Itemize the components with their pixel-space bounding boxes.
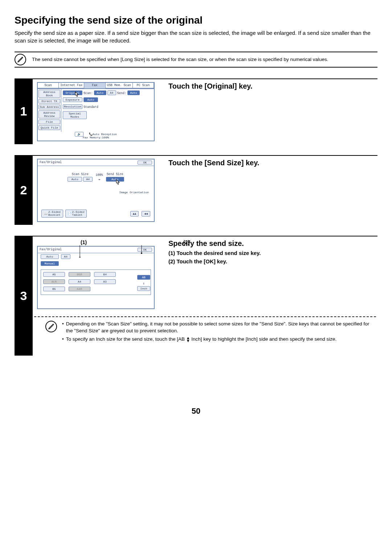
sidebar: Address Book Direct TX Sub Address Addre… <box>38 89 61 132</box>
scan-a4-button[interactable]: A4 <box>83 177 93 182</box>
two-sided-tablet-button[interactable]: 📄2-Sided Tablet <box>65 210 87 218</box>
tab-fax[interactable]: Fax <box>84 83 105 88</box>
size-a4r-button: A4R <box>69 287 90 291</box>
image-orientation-label: Image Orientation <box>38 191 154 194</box>
top-note-text: The send size cannot be specified when [… <box>32 56 328 63</box>
callout-1: (1) <box>81 239 87 245</box>
tab-internet-fax[interactable]: Internet Fax <box>59 83 84 88</box>
size-b5-button[interactable]: B5 <box>43 287 65 291</box>
resolution-value: Standard <box>83 105 98 109</box>
orientation-portrait-button[interactable]: ▲▲ <box>130 211 139 216</box>
resolution-button[interactable]: Resolution <box>63 104 82 109</box>
screenshot-step2: Fax/Original OK Scan Size Auto A4 <box>33 156 165 225</box>
main-area: Original Scan: Auto A4 Send: Auto Exposu… <box>61 89 154 132</box>
address-book-button[interactable]: Address Book <box>38 90 60 98</box>
step-2: 2 Fax/Original OK Scan Size Auto <box>15 155 377 225</box>
step1-heading: Touch the [Original] key. <box>168 82 253 90</box>
scan-auto-button[interactable]: Auto <box>68 177 82 182</box>
scan-label: Scan: <box>83 92 93 95</box>
two-sided-booklet-button[interactable]: 📖2-Sided Booklet <box>41 210 63 218</box>
pencil-icon <box>15 54 26 65</box>
exposure-auto-button[interactable]: Auto <box>83 97 98 102</box>
page-number: 50 <box>15 406 377 416</box>
size-b5r-button: B5R <box>69 272 90 277</box>
size-grid: A5 B5R B4 A5R A4 A3 B5 A4R <box>41 270 151 295</box>
dashed-separator <box>34 316 376 317</box>
panel-title: Fax/Original <box>40 248 62 252</box>
note-1: Depending on the "Scan Size" setting, it… <box>66 321 376 335</box>
booklet-icon: 📖 <box>44 212 48 215</box>
file-button[interactable]: File <box>38 119 60 124</box>
tab-pc-scan[interactable]: PC Scan <box>133 83 154 88</box>
tab-usb-mem-scan[interactable]: USB Mem. Scan <box>106 83 133 88</box>
size-a3-button[interactable]: A3 <box>94 279 116 284</box>
callout-2: (2) <box>183 239 189 245</box>
size-a4-button[interactable]: A4 <box>107 90 116 95</box>
panel-title: Fax/Original <box>40 161 62 165</box>
scan-size-label: Scan Size <box>72 173 89 176</box>
fax-memory-label: Fax Memory:100% <box>83 136 109 139</box>
ok-button[interactable]: OK <box>138 248 152 252</box>
tablet-icon: 📄 <box>68 212 72 215</box>
step3-sub1: (1) Touch the desired send size key. <box>168 250 261 256</box>
manual-button[interactable]: Manual <box>41 261 59 266</box>
size-b4-button[interactable]: B4 <box>94 272 116 277</box>
step-number: 2 <box>15 155 33 225</box>
tab-scan[interactable]: Scan <box>38 83 59 88</box>
cursor-icon <box>114 179 122 187</box>
note-2: To specify an Inch size for the send siz… <box>66 336 337 343</box>
ok-button[interactable]: OK <box>138 161 152 165</box>
quick-file-button[interactable]: Quick File <box>38 125 60 130</box>
send-label: Send: <box>117 92 127 95</box>
intro-text: Specify the send size as a paper size. I… <box>15 29 377 44</box>
updown-icon: ▲▼ <box>186 336 190 342</box>
sub-address-button[interactable]: Sub Address <box>38 105 60 109</box>
auto-button[interactable]: Auto <box>41 254 59 259</box>
step3-notes: •Depending on the "Scan Size" setting, i… <box>33 321 377 347</box>
send-auto-button[interactable]: Auto <box>127 90 140 95</box>
ratio-label: 100% <box>95 173 103 177</box>
special-modes-button[interactable]: Special Modes <box>63 111 87 119</box>
address-review-button[interactable]: Address Review <box>38 110 60 118</box>
speaker-icon: 🔊 <box>75 132 83 137</box>
step3-sub2: (2) Touch the [OK] key. <box>168 258 261 264</box>
size-a5r-button: A5R <box>43 279 65 284</box>
screenshot-step1: Scan Internet Fax Fax USB Mem. Scan PC S… <box>33 79 165 144</box>
direct-tx-button[interactable]: Direct TX <box>38 99 60 104</box>
screenshot-step3: (1) (2) Fax/Original OK Auto A4 <box>33 236 165 312</box>
auto-reception-label: Auto Reception <box>93 133 117 136</box>
page-title: Specifying the send size of the original <box>15 15 377 26</box>
size-a4-button[interactable]: A4 <box>69 279 90 284</box>
a4-button[interactable]: A4 <box>61 254 70 259</box>
ab-button[interactable]: AB <box>137 275 150 280</box>
step2-heading: Touch the [Send Size] key. <box>168 159 259 167</box>
updown-icon: ⇕ <box>137 281 150 285</box>
top-note-box: The send size cannot be specified when [… <box>15 52 377 68</box>
cursor-icon <box>73 91 81 99</box>
inch-button[interactable]: Inch <box>137 286 150 291</box>
auto-button[interactable]: Auto <box>94 90 106 95</box>
pencil-icon <box>45 321 57 332</box>
arrow-icon: ➟ <box>98 178 100 182</box>
step-number: 1 <box>15 78 33 144</box>
step-number: 3 <box>15 236 33 356</box>
step-1: 1 Scan Internet Fax Fax USB Mem. Scan PC… <box>15 78 377 144</box>
size-a5-button[interactable]: A5 <box>43 272 65 277</box>
send-size-label: Send Size <box>107 173 123 176</box>
step-3: 3 (1) (2) Fax/Original OK Auto <box>15 236 377 356</box>
orientation-landscape-button[interactable]: ◀◀ <box>142 211 150 216</box>
